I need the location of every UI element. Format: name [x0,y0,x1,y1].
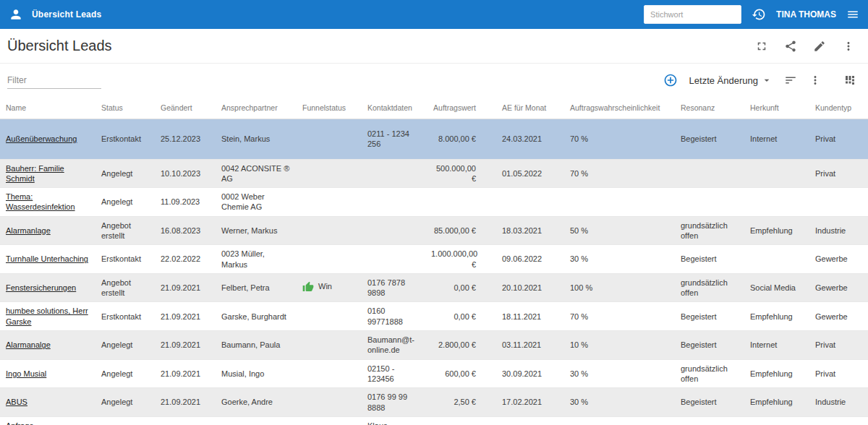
cell-resonanz: Begeistert [670,245,735,274]
cell-herkunft [735,159,804,188]
cell-funnelstatus [297,302,362,331]
table-row[interactable]: Anfrage Videoüberwachung AlarmanlageQual… [0,416,868,425]
cell-kontaktdaten: 0211 - 1234 256 [362,119,425,159]
cell-resonanz: grundsätzlich offen [670,273,735,302]
history-icon[interactable] [752,7,766,22]
column-header-auftragswert[interactable]: Auftragswert [425,97,482,119]
column-header-auftragswahrscheinlichkeit[interactable]: Auftragswahrscheinlichkeit [554,97,670,119]
cell-geaendert: 21.09.2021 [155,302,216,331]
share-icon[interactable] [784,40,797,53]
cell-ansprechpartner: 0042 ACONSITE ® AG [216,159,297,188]
lead-name-link[interactable]: Ingo Musial [6,369,46,378]
add-lead-button[interactable] [663,73,678,87]
column-header-herkunft[interactable]: Herkunft [735,97,804,119]
cell-status: Qualifizierter Kontakt [95,416,155,425]
cell-name: Alarmanalge [0,331,95,360]
column-header-kundentyp[interactable]: Kundentyp [804,97,868,119]
lead-name-link[interactable]: Thema: Wasserdesinfektion [6,192,75,211]
lead-name-link[interactable]: Bauherr: Familie Schmidt [6,164,64,183]
cell-resonanz: Begeistert [670,119,735,159]
more-options-icon[interactable] [842,40,855,53]
cell-auftragswert: 2.800,00 € [425,331,482,360]
cell-auftragswahrscheinlichkeit: 50 % [554,216,670,245]
filter-input[interactable] [7,72,101,89]
cell-kundentyp: Gewerbe [804,302,868,331]
sort-direction-icon[interactable] [784,74,797,87]
cell-kundentyp: Gewerbe [804,245,868,274]
lead-name-link[interactable]: ABUS [6,398,27,406]
cell-geaendert: 22.02.2022 [155,245,216,274]
cell-name: Ingo Musial [0,359,95,388]
table-row[interactable]: AlarmanlageAngebot erstellt16.08.2023Wer… [0,216,868,245]
top-app-bar: Übersicht Leads TINA THOMAS [0,0,868,29]
column-header-kontaktdaten[interactable]: Kontaktdaten [362,97,425,119]
cell-auftragswahrscheinlichkeit: 10 % [554,331,670,360]
lead-name-link[interactable]: humbee solutions, Herr Garske [6,306,88,325]
cell-name: Fenstersicherungen [0,273,95,302]
user-menu[interactable]: TINA THOMAS [776,9,836,20]
cell-kontaktdaten: 0176 7878 9898 [362,273,425,302]
table-row[interactable]: FenstersicherungenAngebot erstellt21.09.… [0,273,868,302]
column-header-status[interactable]: Status [95,97,155,119]
search-input[interactable] [644,5,741,24]
table-row[interactable]: Thema: WasserdesinfektionAngelegt11.09.2… [0,188,868,217]
cell-ae_fuer_monat: 24.03.2021 [482,119,554,159]
cell-name: Thema: Wasserdesinfektion [0,188,95,217]
column-header-ansprechpartner[interactable]: Ansprechpartner [216,97,297,119]
cell-funnelstatus [297,245,362,274]
column-header-name[interactable]: Name [0,97,95,119]
table-row[interactable]: Bauherr: Familie SchmidtAngelegt10.10.20… [0,159,868,188]
cell-auftragswert: 0,00 € [425,302,482,331]
cell-status: Erstkontakt [95,119,155,159]
cell-status: Angelegt [95,331,155,360]
lead-name-link[interactable]: Außenüberwachung [6,134,77,143]
lead-name-link[interactable]: Anfrage Videoüberwachung Alarmanlage [6,421,74,425]
lead-name-link[interactable]: Alarmanalge [6,340,51,349]
cell-auftragswahrscheinlichkeit: 70 % [554,302,670,331]
cell-funnelstatus: Win [297,416,362,425]
cell-ae_fuer_monat [482,188,554,217]
cell-ae_fuer_monat: 18.11.2021 [482,302,554,331]
table-row[interactable]: Turnhalle UnterhachingErstkontakt22.02.2… [0,245,868,274]
table-row[interactable]: AußenüberwachungErstkontakt25.12.2023Ste… [0,119,868,159]
cell-herkunft [735,188,804,217]
cell-geaendert: 10.10.2023 [155,159,216,188]
list-more-options-icon[interactable] [809,74,822,87]
edit-icon[interactable] [813,40,826,53]
cell-auftragswahrscheinlichkeit: 70 % [554,159,670,188]
sort-selector[interactable]: Letzte Änderung [689,74,773,86]
cell-kontaktdaten: 0160 99771888 [362,302,425,331]
column-header-geaendert[interactable]: Geändert [155,97,216,119]
cell-herkunft: Empfehlung [735,216,804,245]
column-header-ae_fuer_monat[interactable]: AE für Monat [482,97,554,119]
cell-kundentyp: Industrie [804,388,868,417]
cell-kontaktdaten: Baumann@t-online.de [362,331,425,360]
lead-name-link[interactable]: Fenstersicherungen [6,283,76,292]
menu-icon[interactable] [846,8,859,21]
cell-auftragswert: 100.000,00 € [425,416,482,425]
list-toolbar: Letzte Änderung [0,64,868,97]
lead-name-link[interactable]: Alarmanlage [6,226,51,235]
cell-geaendert: 21.09.2021 [155,331,216,360]
view-grid-icon[interactable] [843,74,856,87]
table-row[interactable]: AlarmanalgeAngelegt21.09.2021Baumann, Pa… [0,331,868,360]
cell-auftragswert: 85.000,00 € [425,216,482,245]
column-header-funnelstatus[interactable]: Funnelstatus [297,97,362,119]
cell-status: Angelegt [95,188,155,217]
page-title: Übersicht Leads [7,38,112,54]
cell-name: Turnhalle Unterhaching [0,245,95,274]
cell-geaendert: 11.09.2023 [155,188,216,217]
fullscreen-icon[interactable] [755,40,768,53]
cell-herkunft: Empfehlung [735,359,804,388]
cell-auftragswert: 600,00 € [425,359,482,388]
table-row[interactable]: ABUSAngelegt21.09.2021Goerke, Andre0176 … [0,388,868,417]
cell-ansprechpartner: Garske, Burghardt [216,302,297,331]
column-header-resonanz[interactable]: Resonanz [670,97,735,119]
cell-kontaktdaten: Klaus Weber:0160 1234 2563 [362,416,425,425]
table-row[interactable]: Ingo MusialAngelegt21.09.2021Musial, Ing… [0,359,868,388]
cell-resonanz: grundsätzlich offen [670,359,735,388]
cell-funnelstatus: Win [297,273,362,302]
lead-name-link[interactable]: Turnhalle Unterhaching [6,254,88,263]
cell-name: Außenüberwachung [0,119,95,159]
table-row[interactable]: humbee solutions, Herr GarskeErstkontakt… [0,302,868,331]
